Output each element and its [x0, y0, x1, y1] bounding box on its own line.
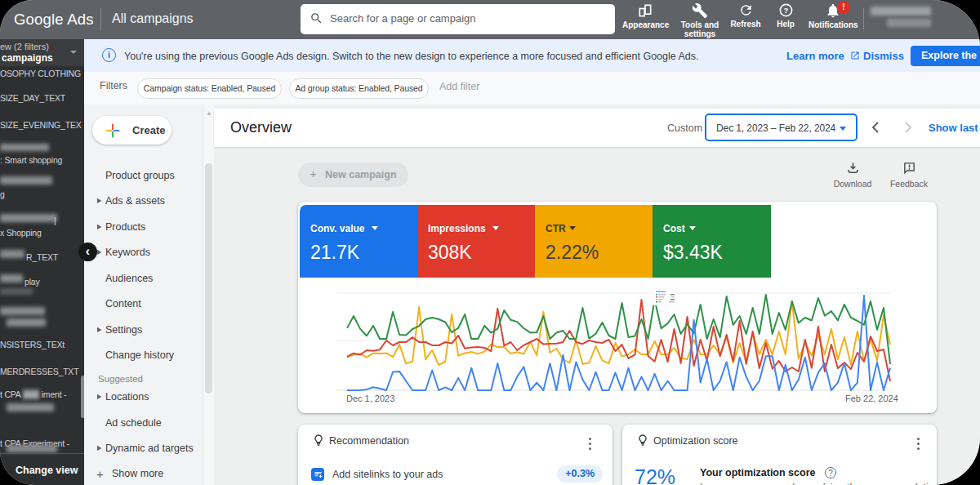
- svg-text:?: ?: [783, 6, 788, 15]
